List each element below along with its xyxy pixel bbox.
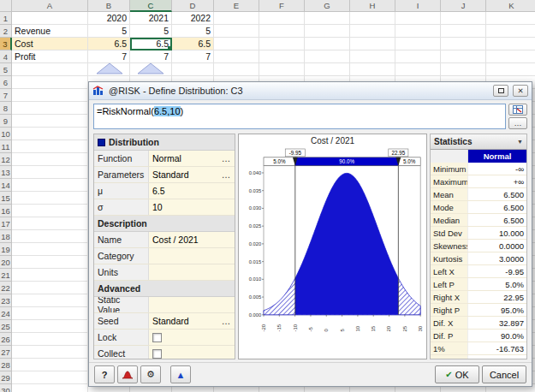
formula-input[interactable]: =RiskNormal(6.5,10) — [93, 104, 506, 129]
cell-I4[interactable] — [395, 50, 441, 63]
cell-F1[interactable] — [259, 12, 305, 25]
cell-G3[interactable] — [305, 38, 350, 50]
cell-D1[interactable]: 2022 — [172, 12, 214, 25]
cell-I1[interactable] — [395, 12, 441, 25]
property-value[interactable] — [149, 330, 235, 345]
close-button[interactable]: ✕ — [513, 85, 528, 97]
cell-A27[interactable] — [12, 346, 88, 359]
cell-J4[interactable] — [441, 50, 486, 63]
cell-A4[interactable]: Profit — [12, 50, 88, 63]
checkbox[interactable] — [152, 349, 162, 359]
cell-A20[interactable] — [12, 256, 88, 269]
cell-A9[interactable] — [12, 115, 88, 128]
cell-A29[interactable] — [12, 371, 88, 384]
row-header-14[interactable]: 14 — [0, 179, 12, 192]
row-header-5[interactable]: 5 — [0, 63, 12, 76]
cell-A22[interactable] — [12, 282, 88, 294]
cell-D2[interactable]: 5 — [172, 25, 214, 38]
cell-A15[interactable] — [12, 192, 88, 205]
cell-A7[interactable] — [12, 89, 88, 102]
property-value[interactable]: Normal… — [149, 151, 235, 166]
cell-I3[interactable] — [395, 38, 441, 50]
more-options-button[interactable]: … — [508, 117, 527, 129]
column-header-H[interactable]: H — [350, 0, 395, 12]
cell-B3[interactable]: 6.5 — [88, 38, 130, 50]
property-value[interactable]: Standard… — [149, 167, 235, 182]
row-header-22[interactable]: 22 — [0, 282, 12, 294]
column-header-C[interactable]: C — [130, 0, 172, 12]
cancel-button[interactable]: Cancel — [482, 365, 526, 383]
edit-reference-button[interactable] — [508, 104, 527, 116]
cell-G1[interactable] — [305, 12, 350, 25]
cell-F2[interactable] — [259, 25, 305, 38]
row-header-26[interactable]: 26 — [0, 333, 12, 346]
row-header-1[interactable]: 1 — [0, 12, 12, 25]
cell-K5[interactable] — [486, 63, 535, 76]
cell-F5[interactable] — [259, 63, 305, 76]
cell-K3[interactable] — [486, 38, 535, 50]
cell-D5[interactable] — [172, 63, 214, 76]
cell-D3[interactable]: 6.5 — [172, 38, 214, 50]
row-header-8[interactable]: 8 — [0, 102, 12, 115]
cell-A10[interactable] — [12, 128, 88, 140]
cell-A25[interactable] — [12, 320, 88, 333]
row-header-17[interactable]: 17 — [0, 217, 12, 230]
cell-I5[interactable] — [395, 63, 441, 76]
row-header-30[interactable]: 30 — [0, 384, 12, 392]
column-header-F[interactable]: F — [259, 0, 305, 12]
cell-J2[interactable] — [441, 25, 486, 38]
maximize-button[interactable] — [493, 85, 508, 97]
cell-A1[interactable] — [12, 12, 88, 25]
row-header-23[interactable]: 23 — [0, 294, 12, 307]
row-header-24[interactable]: 24 — [0, 307, 12, 320]
cell-A23[interactable] — [12, 294, 88, 307]
property-value[interactable]: Standard… — [149, 313, 235, 329]
cell-E1[interactable] — [214, 12, 259, 25]
cell-A13[interactable] — [12, 166, 88, 179]
row-header-27[interactable]: 27 — [0, 346, 12, 359]
row-header-25[interactable]: 25 — [0, 320, 12, 333]
row-header-20[interactable]: 20 — [0, 256, 12, 269]
cell-A2[interactable]: Revenue — [12, 25, 88, 38]
cell-B1[interactable]: 2020 — [88, 12, 130, 25]
cell-F4[interactable] — [259, 50, 305, 63]
cell-J3[interactable] — [441, 38, 486, 50]
property-value[interactable] — [149, 248, 235, 264]
cell-A18[interactable] — [12, 230, 88, 243]
column-header-G[interactable]: G — [305, 0, 350, 12]
cell-G5[interactable] — [305, 63, 350, 76]
cell-C2[interactable]: 5 — [130, 25, 172, 38]
cell-A30[interactable] — [12, 384, 88, 392]
fit-distribution-button[interactable] — [117, 365, 138, 383]
column-header-I[interactable]: I — [395, 0, 441, 12]
cell-K1[interactable] — [486, 12, 535, 25]
cell-H1[interactable] — [350, 12, 395, 25]
dialog-titlebar[interactable]: @RISK - Define Distribution: C3 ✕ — [89, 82, 532, 100]
row-header-6[interactable]: 6 — [0, 76, 12, 89]
row-header-3[interactable]: 3 — [0, 38, 12, 50]
cell-A12[interactable] — [12, 153, 88, 166]
row-header-28[interactable]: 28 — [0, 359, 12, 371]
cell-I2[interactable] — [395, 25, 441, 38]
property-value[interactable] — [149, 346, 235, 359]
cell-H3[interactable] — [350, 38, 395, 50]
statistics-dropdown[interactable]: Statistics ▼ — [431, 134, 526, 150]
property-value[interactable] — [149, 264, 235, 280]
cell-E2[interactable] — [214, 25, 259, 38]
cell-A21[interactable] — [12, 269, 88, 282]
row-header-13[interactable]: 13 — [0, 166, 12, 179]
cell-F3[interactable] — [259, 38, 305, 50]
cell-J1[interactable] — [441, 12, 486, 25]
cell-A8[interactable] — [12, 102, 88, 115]
row-header-4[interactable]: 4 — [0, 50, 12, 63]
checkbox[interactable] — [152, 333, 162, 342]
ellipsis-button[interactable]: … — [221, 316, 231, 326]
property-value[interactable] — [149, 297, 235, 312]
row-header-19[interactable]: 19 — [0, 243, 12, 256]
row-header-12[interactable]: 12 — [0, 153, 12, 166]
cell-C1[interactable]: 2021 — [130, 12, 172, 25]
row-header-15[interactable]: 15 — [0, 192, 12, 205]
help-button[interactable]: ? — [94, 365, 115, 383]
row-header-10[interactable]: 10 — [0, 128, 12, 140]
column-header-A[interactable]: A — [12, 0, 88, 12]
